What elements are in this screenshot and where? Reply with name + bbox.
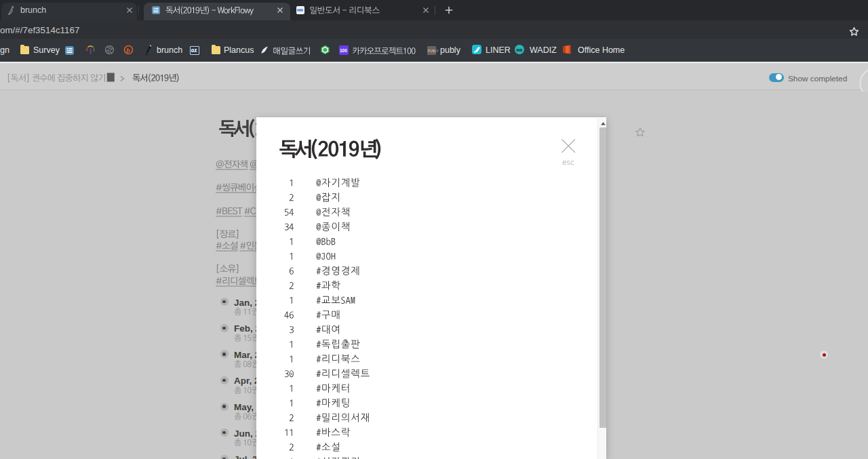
svg-text:wa: wa [515, 47, 522, 52]
svg-text:b: b [126, 46, 130, 54]
